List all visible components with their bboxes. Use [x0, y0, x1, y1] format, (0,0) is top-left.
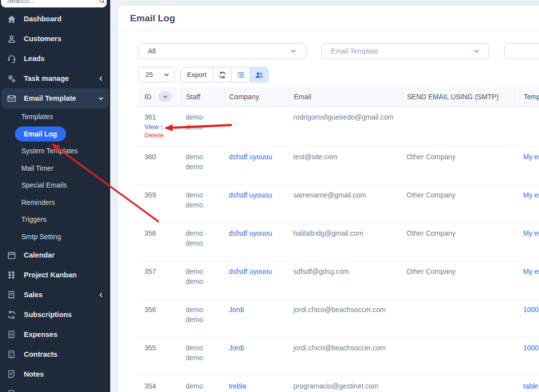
sidebar-nav: Dashboard Customers Leads [0, 9, 110, 392]
view-link[interactable]: View [144, 123, 159, 131]
email-template-filter-select[interactable]: Email Template [321, 43, 489, 59]
filters-row: All Email Template [138, 43, 539, 59]
template-link[interactable]: table g [523, 382, 539, 390]
invoice-icon [6, 290, 16, 300]
sidebar-item-calendar[interactable]: Calendar [0, 245, 110, 265]
sidebar-item-label: Contracts [24, 350, 58, 358]
row-email: rodrigomsfigueiredo@gmail.com [293, 113, 394, 121]
sidebar-item-leads[interactable]: Leads [0, 49, 110, 68]
sidebar-item-customers[interactable]: Customers [0, 29, 110, 49]
third-filter-select[interactable] [504, 43, 539, 59]
sidebar-item-email-template[interactable]: Email Template [1, 88, 109, 108]
page-title: Email Log [118, 5, 539, 30]
row-smtp: Other Company [406, 229, 456, 237]
row-email: samesame@gmail.com [293, 191, 366, 199]
refresh-icon [218, 71, 226, 79]
sidebar-item-contracts[interactable]: Contracts [0, 344, 110, 364]
column-header-smtp: SEND EMAIL USING (SMTP) [403, 87, 519, 106]
gears-icon [6, 73, 16, 83]
export-button[interactable]: Export [181, 67, 213, 82]
sidebar-subitem-templates[interactable]: Templates [0, 108, 110, 126]
bulk-actions-button[interactable] [231, 67, 250, 82]
sidebar-item-subscriptions[interactable]: Subscriptions [0, 305, 110, 325]
sidebar-item-label: Task manage [24, 74, 69, 82]
search-button[interactable] [97, 0, 107, 7]
sidebar-item-label: Email Template [24, 94, 76, 102]
sidebar-subitem-special-emails[interactable]: Special Emails [0, 177, 110, 194]
chevron-down-icon [98, 95, 104, 102]
file-icon [6, 389, 16, 392]
company-link[interactable]: trebla [229, 382, 246, 390]
email-log-table: ID Staff Company Email SEND EMAIL USING … [138, 87, 539, 392]
id-sort-chevron-button[interactable] [158, 92, 172, 102]
sidebar-subitem-smtp-setting[interactable]: Smtp Setting [0, 228, 110, 246]
column-header-id: ID [138, 87, 182, 106]
chevron-down-icon [473, 48, 480, 55]
row-email: sdfsdf@gdsg.com [293, 267, 349, 275]
company-link[interactable]: dsfsdf uyouou [229, 267, 272, 275]
sidebar-item-dashboard[interactable]: Dashboard [0, 9, 110, 29]
table-toolbar: 25 Export [138, 67, 539, 82]
toolbar-button-group: Export [180, 67, 269, 82]
sidebar-item-task-manage[interactable]: Task manage [0, 68, 110, 88]
row-smtp: Other Company [406, 191, 456, 199]
template-link[interactable]: My ema [523, 191, 539, 199]
sidebar-item-label: Calendar [24, 251, 55, 259]
template-link[interactable]: 1000 [523, 306, 539, 314]
page-size-select[interactable]: 25 [138, 67, 175, 82]
sidebar-item-project-kanban[interactable]: Project Kanban [0, 265, 110, 285]
sidebar-subitem-triggers[interactable]: Triggers [0, 211, 110, 228]
sidebar-subitem-system-templates[interactable]: System Templates [0, 142, 110, 160]
refresh-button[interactable] [213, 67, 231, 82]
delete-link[interactable]: Delete [144, 131, 164, 139]
kanban-icon [6, 270, 16, 280]
table-row: 361 View| Delete demodemo rodrigomsfigue… [138, 107, 539, 146]
company-link[interactable]: Jordi [229, 306, 244, 314]
sidebar-item-label: Sales [24, 291, 43, 299]
sidebar-subitem-reminders[interactable]: Reminders [0, 194, 110, 211]
sidebar-item-label: Leads [24, 55, 45, 63]
table-row: 360 demodemo dsfsdf uyouou test@site.com… [138, 146, 539, 185]
table-row: 355 demodemo Jordi jordi.chico@beachsocc… [138, 337, 539, 376]
template-link[interactable]: My ema [523, 267, 539, 275]
sidebar-item-notes[interactable]: Notes [0, 364, 110, 384]
contract-icon [6, 349, 16, 359]
chevron-left-icon [98, 292, 104, 298]
company-link[interactable]: dsfsdf uyouou [229, 191, 272, 199]
checklist-icon [237, 71, 245, 79]
sidebar: Dashboard Customers Leads [0, 0, 110, 392]
sidebar-item-label: Subscriptions [24, 311, 72, 319]
row-id: 354 [144, 382, 156, 390]
type-filter-select[interactable]: All [138, 43, 306, 59]
company-link[interactable]: dsfsdf uyouou [229, 153, 272, 161]
search-icon [98, 0, 106, 4]
calendar-icon [6, 250, 16, 260]
row-id: 359 [144, 191, 156, 199]
column-header-staff: Staff [182, 87, 225, 106]
template-link[interactable]: My ema [523, 153, 539, 161]
sidebar-subitem-mail-timer[interactable]: Mail Timer [0, 160, 110, 177]
sidebar-subitem-email-log[interactable]: Email Log [0, 126, 110, 143]
row-smtp: Other Company [406, 267, 456, 275]
sidebar-search [1, 0, 107, 7]
chevron-down-icon [163, 71, 170, 78]
row-id: 355 [144, 344, 156, 352]
company-link[interactable]: Jordi [229, 344, 244, 352]
row-email: halilaltndg@gmail.com [293, 229, 363, 237]
staff-filter-button[interactable] [250, 67, 268, 82]
envelope-icon [6, 93, 16, 103]
row-smtp: Other Company [406, 153, 456, 161]
sidebar-item-label: Dashboard [24, 15, 62, 23]
sidebar-item-sales[interactable]: Sales [0, 285, 110, 305]
divider [118, 30, 539, 31]
sidebar-item-expenses[interactable]: Expenses [0, 325, 110, 344]
table-row: 354 demodemo trebla programacio@gestinet… [138, 376, 539, 392]
template-link[interactable]: My ema [523, 229, 539, 237]
template-link[interactable]: 1000 [523, 344, 539, 352]
search-input[interactable] [1, 0, 97, 7]
sidebar-item-partial[interactable] [0, 384, 110, 392]
row-email: jordi.chico@beachsoccer.com [293, 306, 386, 314]
chevron-left-icon [98, 75, 104, 82]
company-link[interactable]: dsfsdf uyouou [229, 229, 272, 237]
row-id: 356 [144, 306, 156, 314]
